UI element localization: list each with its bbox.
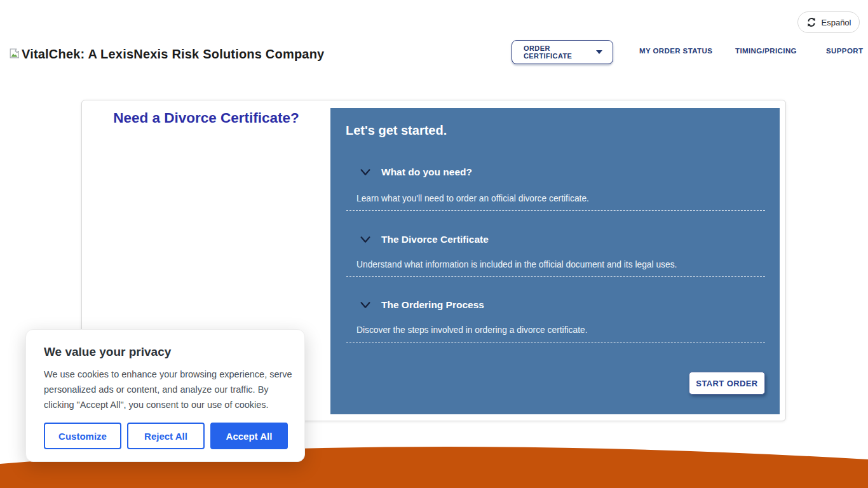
get-started-panel: Let's get started. What do you need? Lea…: [330, 108, 780, 414]
cookie-consent-dialog: We value your privacy We use cookies to …: [25, 329, 305, 462]
order-certificate-label: ORDER CERTIFICATE: [524, 44, 596, 60]
order-certificate-dropdown[interactable]: ORDER CERTIFICATE: [512, 40, 613, 64]
divider: [346, 342, 765, 342]
chevron-down-icon: [358, 165, 372, 179]
page-title: Need a Divorce Certificate?: [82, 110, 330, 126]
cookie-dialog-title: We value your privacy: [44, 345, 171, 359]
language-toggle-button[interactable]: Español: [797, 11, 860, 33]
accept-all-button[interactable]: Accept All: [210, 423, 288, 449]
panel-title: Let's get started.: [346, 123, 447, 138]
accordion-divorce-certificate[interactable]: The Divorce Certificate: [358, 233, 489, 247]
nav-timing-pricing[interactable]: TIMING/PRICING: [735, 47, 797, 55]
accordion-what-do-you-need[interactable]: What do you need?: [358, 165, 472, 179]
chevron-down-icon: [358, 233, 372, 247]
chevron-down-icon: [596, 50, 602, 54]
accordion-description: Understand what information is included …: [356, 260, 677, 269]
nav-my-order-status[interactable]: MY ORDER STATUS: [639, 47, 712, 55]
logo-text: VitalChek: A LexisNexis Risk Solutions C…: [22, 47, 324, 62]
accordion-title: The Divorce Certificate: [381, 234, 489, 245]
accordion-title: What do you need?: [381, 166, 472, 178]
site-logo[interactable]: VitalChek: A LexisNexis Risk Solutions C…: [9, 47, 324, 62]
start-order-button[interactable]: START ORDER: [689, 372, 765, 395]
refresh-icon: [806, 17, 817, 27]
cookie-dialog-message: We use cookies to enhance your browsing …: [44, 367, 293, 412]
accordion-title: The Ordering Process: [381, 299, 484, 311]
accordion-description: Learn what you'll need to order an offic…: [356, 194, 589, 203]
chevron-down-icon: [358, 298, 372, 312]
divider: [346, 276, 765, 277]
accordion-description: Discover the steps involved in ordering …: [356, 325, 588, 335]
accordion-ordering-process[interactable]: The Ordering Process: [358, 298, 484, 312]
customize-button[interactable]: Customize: [44, 423, 121, 449]
language-label: Español: [822, 18, 851, 27]
broken-image-icon: [9, 48, 20, 62]
reject-all-button[interactable]: Reject All: [127, 423, 205, 449]
cookie-dialog-buttons: Customize Reject All Accept All: [44, 423, 288, 449]
nav-support[interactable]: SUPPORT: [826, 47, 863, 55]
divider: [346, 210, 765, 211]
